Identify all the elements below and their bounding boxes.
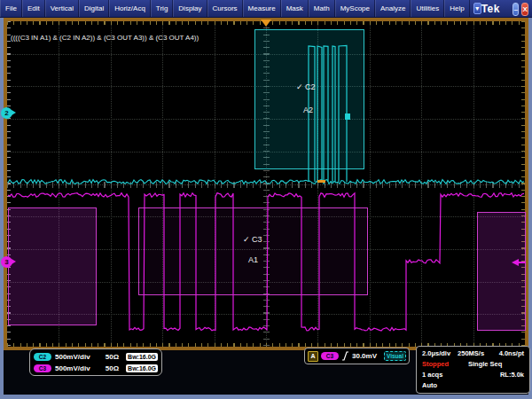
acquisition-count: 1 acqs (422, 371, 442, 379)
check-icon: ✓ (296, 82, 303, 91)
status-area: C2500mV/div50ΩBw:16.0GC3500mV/div50ΩBw:1… (4, 350, 528, 395)
trigger-level-value: 30.0mV (352, 352, 377, 360)
c2-pulse (324, 46, 328, 182)
channel-scale: 500mV/div (55, 353, 102, 361)
channel3-marker-label: 3 (4, 258, 8, 266)
acquisition-state: Stopped (422, 360, 449, 368)
zone-a2-channel-label[interactable]: ✓ C2 (296, 82, 316, 91)
menu-overflow-button[interactable]: ▼ (473, 3, 481, 14)
horizontal-readout-box[interactable]: 2.0μs/div 250MS/s 4.0ns/pt Stopped Singl… (416, 346, 530, 394)
waveform-canvas (7, 21, 525, 347)
menu-item-display[interactable]: Display (173, 0, 207, 17)
channel-pill: C2 (34, 353, 51, 361)
menu-item-math[interactable]: Math (309, 0, 335, 17)
menu-item-measure[interactable]: Measure (243, 0, 281, 17)
menu-item-edit[interactable]: Edit (22, 0, 45, 17)
visual-trigger-badge: Visual (384, 351, 406, 361)
menu-item-analyze[interactable]: Analyze (375, 0, 411, 17)
channel-readout-row-c2[interactable]: C2500mV/div50ΩBw:16.0G (30, 351, 161, 363)
channel2-marker-label: 2 (4, 109, 8, 117)
resolution-value: 4.0ns/pt (499, 349, 524, 357)
minimize-button[interactable]: – (512, 3, 520, 16)
channel-pill: C3 (34, 364, 51, 372)
menu-item-utilities[interactable]: Utilities (411, 0, 444, 17)
menu-bar-items: FileEditVerticalDigitalHoriz/AcqTrigDisp… (0, 0, 470, 17)
c2-pulse (332, 46, 335, 182)
trigger-position-marker[interactable] (261, 20, 271, 27)
menu-item-cursors[interactable]: Cursors (207, 0, 243, 17)
trigger-level-arrow-tail (519, 262, 526, 263)
menu-item-mask[interactable]: Mask (281, 0, 309, 17)
check-icon: ✓ (243, 235, 250, 244)
channel2-position-marker[interactable]: 2 (1, 107, 12, 119)
trigger-expression-label: ((((C3 IN A1) & (C2 IN A2)) & (C3 OUT A3… (11, 34, 199, 42)
trigger-readout-box[interactable]: A C3 30.0mV Visual (304, 348, 410, 364)
menu-item-digital[interactable]: Digital (79, 0, 109, 17)
timebase-value: 2.0μs/div (422, 349, 450, 357)
zone-a2-channel: C2 (305, 82, 316, 91)
c2-glitch-dot (345, 113, 350, 120)
menu-item-help[interactable]: Help (444, 0, 469, 17)
channel-readout-box[interactable]: C2500mV/div50ΩBw:16.0GC3500mV/div50ΩBw:1… (29, 348, 162, 376)
channel3-position-marker[interactable]: 3 (1, 256, 12, 268)
zone-a1-channel: C3 (252, 235, 262, 244)
zone-a2-name-label: A2 (303, 106, 313, 114)
sample-rate-value: 250MS/s (458, 349, 484, 357)
channel-readout-row-c3[interactable]: C3500mV/div50ΩBw:16.0G (30, 363, 161, 374)
menu-item-vertical[interactable]: Vertical (45, 0, 79, 17)
chevron-down-icon: ▼ (474, 5, 481, 12)
trigger-source-pill: C3 (321, 352, 339, 360)
record-length: RL:5.0k (500, 371, 524, 379)
channel-bandwidth-badge: Bw:16.0G (126, 364, 158, 372)
c3-trace (8, 193, 524, 331)
trigger-point-marker (317, 180, 325, 183)
channel-scale: 500mV/div (55, 364, 102, 372)
trigger-level-arrow[interactable] (512, 259, 519, 266)
oscilloscope-window: FileEditVerticalDigitalHoriz/AcqTrigDisp… (0, 0, 532, 399)
trigger-mode: Auto (422, 381, 437, 389)
menu-item-myscope[interactable]: MyScope (335, 0, 375, 17)
menu-item-file[interactable]: File (0, 0, 22, 17)
c2-trace (8, 180, 524, 184)
tek-logo: Tek (481, 0, 512, 17)
menu-bar: FileEditVerticalDigitalHoriz/AcqTrigDisp… (0, 0, 532, 18)
trigger-a-badge: A (308, 351, 318, 362)
channel-termination: 50Ω (106, 364, 119, 372)
menu-item-horiz-acq[interactable]: Horiz/Acq (109, 0, 151, 17)
close-button[interactable]: X (521, 3, 528, 16)
sequence-mode: Single Seq (468, 360, 502, 368)
zone-a1-channel-label[interactable]: ✓ C3 (243, 235, 262, 244)
rising-edge-icon (341, 351, 349, 361)
menu-item-trig[interactable]: Trig (151, 0, 173, 17)
zone-a1-name-label: A1 (248, 255, 258, 264)
c2-pulse (317, 46, 322, 182)
channel-bandwidth-badge: Bw:16.0G (126, 353, 158, 361)
channel-termination: 50Ω (106, 353, 119, 361)
